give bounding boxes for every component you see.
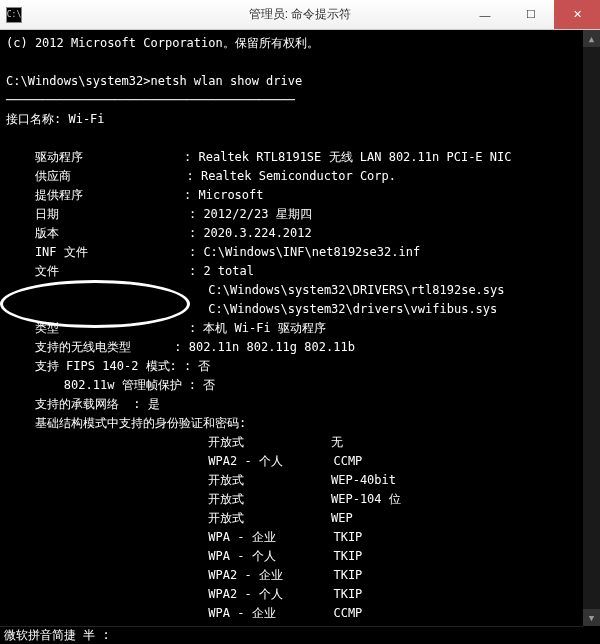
minimize-button[interactable]: — <box>462 0 508 29</box>
titlebar[interactable]: C:\ 管理员: 命令提示符 — ☐ ✕ <box>0 0 600 30</box>
ime-status-bar: 微软拼音简捷 半 : <box>0 626 583 644</box>
ime-status-text: 微软拼音简捷 半 : <box>4 627 110 644</box>
maximize-button[interactable]: ☐ <box>508 0 554 29</box>
close-button[interactable]: ✕ <box>554 0 600 29</box>
console-output[interactable]: (c) 2012 Microsoft Corporation。保留所有权利。 C… <box>0 30 600 626</box>
cmd-icon: C:\ <box>6 7 22 23</box>
scroll-up-icon[interactable]: ▲ <box>583 30 600 47</box>
scrollbar[interactable]: ▲ ▼ <box>583 30 600 626</box>
window-controls: — ☐ ✕ <box>462 0 600 29</box>
scroll-down-icon[interactable]: ▼ <box>583 609 600 626</box>
window-title: 管理员: 命令提示符 <box>249 6 352 23</box>
